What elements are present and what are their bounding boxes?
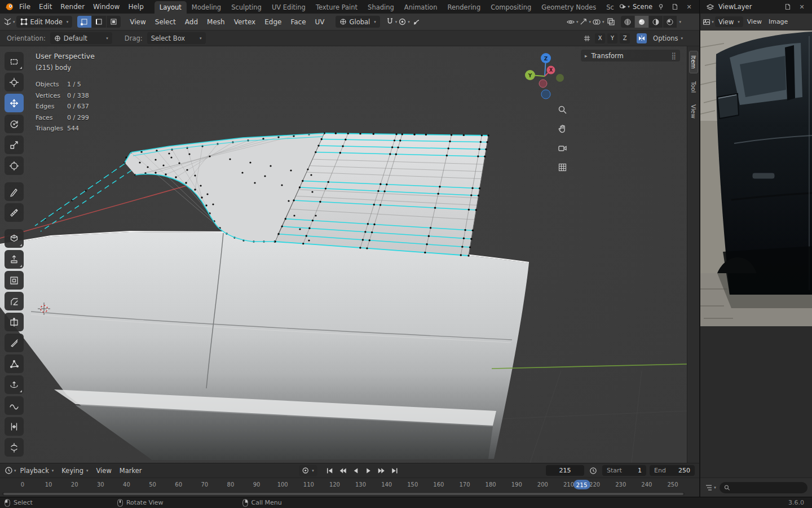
remove-viewlayer-icon[interactable]: ✕ [796, 1, 807, 13]
workspace-tab-scripting[interactable]: Scripting [601, 1, 614, 14]
overlays-toggle-icon[interactable]: ▾ [592, 16, 604, 28]
blender-logo-icon[interactable] [3, 1, 15, 13]
jump-to-end-button[interactable] [389, 465, 400, 476]
face-select-icon[interactable] [107, 16, 121, 28]
xray-toggle-icon[interactable] [605, 16, 616, 28]
image-menu-view[interactable]: View [744, 18, 765, 25]
extrude-region-tool[interactable] [5, 250, 24, 269]
options-dropdown[interactable]: Options▾ [649, 34, 687, 42]
menu-face[interactable]: Face [286, 18, 310, 26]
shading-solid-icon[interactable] [635, 16, 648, 28]
search-input[interactable] [734, 484, 803, 491]
play-reverse-button[interactable] [350, 465, 361, 476]
toggle-ortho-icon[interactable] [555, 160, 569, 174]
smooth-tool[interactable] [5, 396, 24, 415]
start-frame-field[interactable]: Start1 [602, 465, 646, 476]
transform-tool[interactable] [5, 156, 24, 175]
pin-icon[interactable] [655, 1, 667, 13]
new-scene-icon[interactable] [669, 1, 681, 13]
measure-tool[interactable] [5, 203, 24, 222]
workspace-tab-compositing[interactable]: Compositing [486, 1, 536, 14]
npanel-transform-header[interactable]: ▸ Transform ⣿ [581, 50, 680, 62]
snap-base-icon[interactable] [581, 32, 593, 45]
workspace-tab-modeling[interactable]: Modeling [187, 1, 226, 14]
npanel-tab-tool[interactable]: Tool [690, 77, 698, 97]
menu-edge[interactable]: Edge [261, 18, 285, 26]
editor-type-image-icon[interactable]: ▾ [703, 16, 714, 28]
image-mode-dropdown[interactable]: View▾ [715, 16, 743, 27]
mirror-toggle-icon[interactable] [637, 33, 647, 43]
menu-uv[interactable]: UV [311, 18, 329, 26]
menu-select[interactable]: Select [151, 18, 180, 26]
vertex-select-icon[interactable] [77, 16, 91, 28]
image-menu-image[interactable]: Image [766, 18, 791, 25]
menu-mesh[interactable]: Mesh [203, 18, 229, 26]
axis-z-toggle[interactable]: Z [620, 33, 630, 43]
shrink-fatten-tool[interactable] [5, 438, 24, 457]
object-visibility-icon[interactable]: ▾ [566, 16, 579, 28]
poly-build-tool[interactable] [5, 354, 24, 373]
current-frame-indicator[interactable]: 215 [573, 480, 590, 489]
editor-type-outliner-icon[interactable]: ▾ [705, 481, 716, 494]
proportional-falloff-icon[interactable] [411, 16, 422, 28]
play-button[interactable] [363, 465, 374, 476]
workspace-tab-geometry-nodes[interactable]: Geometry Nodes [536, 1, 601, 14]
menu-add[interactable]: Add [181, 18, 202, 26]
navigation-gizmo[interactable]: Z Y X [522, 51, 570, 99]
timeline-ruler[interactable]: 215 010203040506070809010011012013014015… [0, 478, 699, 492]
drag-grip-icon[interactable]: ⣿ [671, 52, 676, 60]
workspace-tab-uv-editing[interactable]: UV Editing [267, 1, 311, 14]
orientation-dropdown[interactable]: Global ▾ [336, 16, 380, 28]
annotate-tool[interactable] [5, 182, 24, 201]
edge-slide-tool[interactable] [5, 417, 24, 436]
cursor-tool[interactable] [5, 73, 24, 91]
menu-help[interactable]: Help [124, 3, 147, 11]
jump-next-keyframe-button[interactable] [376, 465, 387, 476]
camera-view-icon[interactable] [555, 141, 569, 155]
rotate-tool[interactable] [5, 115, 24, 133]
timeline-scrollbar-handle[interactable] [3, 493, 683, 495]
viewport-3d[interactable]: User Perspective (215) body Objects1 / 5… [0, 46, 699, 463]
add-cube-tool[interactable] [5, 229, 24, 248]
menu-file[interactable]: File [15, 3, 34, 11]
drag-dropdown[interactable]: Select Box ▾ [147, 32, 206, 44]
menu-render[interactable]: Render [56, 3, 89, 11]
scale-tool[interactable] [5, 135, 24, 154]
snap-magnet-icon[interactable]: ▾ [386, 16, 398, 28]
preview-range-clock-icon[interactable] [588, 465, 599, 477]
zoom-icon[interactable] [555, 103, 569, 116]
editor-type-3d-viewport-icon[interactable]: ▾ [3, 16, 15, 28]
shading-wireframe-icon[interactable] [621, 16, 634, 28]
orientation-setting-dropdown[interactable]: Default ▾ [50, 32, 112, 44]
menu-playback[interactable]: Playback▾ [16, 467, 58, 475]
menu-vertex[interactable]: Vertex [230, 18, 260, 26]
workspace-tab-sculpting[interactable]: Sculpting [226, 1, 267, 14]
end-frame-field[interactable]: End250 [650, 465, 695, 476]
scene-name[interactable]: Scene [633, 3, 652, 11]
close-scene-icon[interactable]: ✕ [683, 1, 695, 13]
shading-material-icon[interactable] [649, 16, 663, 28]
axis-y-toggle[interactable]: Y [607, 33, 617, 43]
inset-faces-tool[interactable] [5, 271, 24, 290]
workspace-tab-layout[interactable]: Layout [155, 1, 187, 14]
outliner-search[interactable] [720, 482, 807, 493]
npanel-tab-view[interactable]: View [690, 100, 698, 122]
menu-timeline-view[interactable]: View [92, 467, 116, 475]
proportional-editing-icon[interactable]: ▾ [398, 16, 410, 28]
menu-window[interactable]: Window [89, 3, 123, 11]
npanel-tab-item[interactable]: Item [689, 51, 698, 73]
jump-prev-keyframe-button[interactable] [337, 465, 348, 476]
workspace-tab-texture-paint[interactable]: Texture Paint [311, 1, 363, 14]
loop-cut-tool[interactable] [5, 313, 24, 331]
bevel-tool[interactable] [5, 292, 24, 310]
mode-dropdown[interactable]: Edit Mode ▾ [16, 16, 73, 28]
spin-tool[interactable] [5, 375, 24, 394]
axis-x-toggle[interactable]: X [595, 33, 605, 43]
auto-keying-toggle[interactable]: ▾ [299, 465, 317, 476]
scene-icon[interactable]: ▾ [619, 1, 630, 13]
menu-edit[interactable]: Edit [35, 3, 56, 11]
new-viewlayer-icon[interactable] [782, 1, 793, 13]
timeline-scrollbar[interactable] [2, 492, 685, 496]
pan-hand-icon[interactable] [555, 122, 569, 135]
current-frame-field[interactable]: 215 [546, 465, 584, 476]
